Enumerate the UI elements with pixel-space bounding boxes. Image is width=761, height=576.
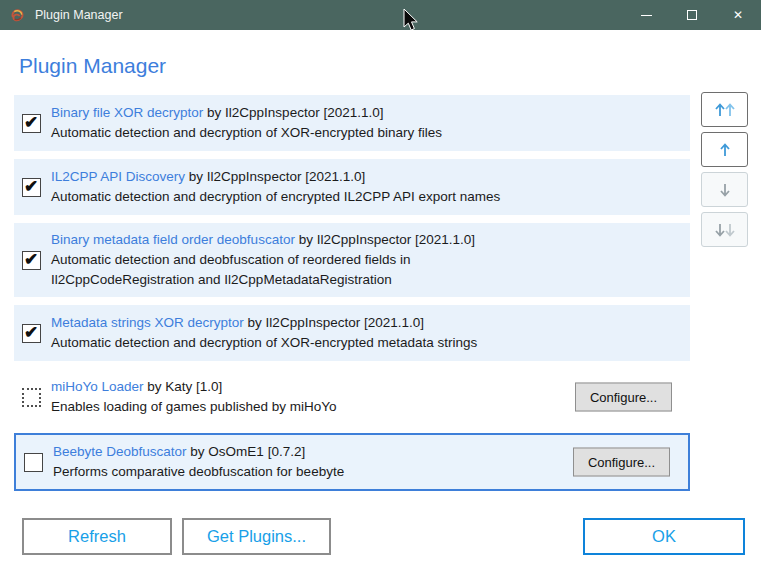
down-arrow-icon xyxy=(712,181,738,199)
plugin-description: Automatic detection and decryption of XO… xyxy=(51,123,442,143)
plugin-description: Automatic detection and decryption of en… xyxy=(51,187,500,207)
move-to-bottom-button[interactable] xyxy=(701,212,748,247)
plugin-row-il2cpp-api-discovery[interactable]: ✔ IL2CPP API Discovery by Il2CppInspecto… xyxy=(14,159,690,215)
plugin-row-binary-metadata-field-order-deobfuscator[interactable]: ✔ Binary metadata field order deobfuscat… xyxy=(14,223,690,297)
plugin-row-binary-file-xor-decryptor[interactable]: ✔ Binary file XOR decryptor by Il2CppIns… xyxy=(14,95,690,151)
move-up-button[interactable] xyxy=(701,132,748,167)
plugin-row-beebyte-deobfuscator[interactable]: ✔ Beebyte Deobfuscator by OsOmE1 [0.7.2]… xyxy=(14,433,690,491)
maximize-button[interactable] xyxy=(669,0,715,30)
get-plugins-button[interactable]: Get Plugins... xyxy=(182,518,331,555)
plugin-checkbox[interactable]: ✔ xyxy=(22,388,41,407)
plugin-name-link[interactable]: miHoYo Loader xyxy=(51,379,144,394)
close-button[interactable]: ✕ xyxy=(715,0,761,30)
plugin-name-link[interactable]: IL2CPP API Discovery xyxy=(51,169,185,184)
double-down-arrow-icon xyxy=(712,221,738,239)
plugin-row-mihoyo-loader[interactable]: ✔ miHoYo Loader by Katy [1.0] Enables lo… xyxy=(14,369,690,425)
plugin-name-link[interactable]: Beebyte Deobfuscator xyxy=(53,444,187,459)
checkmark-icon: ✔ xyxy=(24,176,38,197)
plugin-name-link[interactable]: Binary metadata field order deobfuscator xyxy=(51,232,295,247)
double-up-arrow-icon xyxy=(712,101,738,119)
titlebar: Plugin Manager ✕ xyxy=(0,0,761,30)
move-to-top-button[interactable] xyxy=(701,92,748,127)
plugin-description: Automatic detection and deobfuscation of… xyxy=(51,250,475,290)
plugin-description: Enables loading of games published by mi… xyxy=(51,397,336,417)
minimize-icon xyxy=(641,15,652,16)
plugin-byline: by OsOmE1 [0.7.2] xyxy=(190,444,305,459)
refresh-button[interactable]: Refresh xyxy=(22,518,172,555)
page-title: Plugin Manager xyxy=(19,54,166,78)
reorder-controls xyxy=(701,92,748,247)
plugin-description: Performs comparative deobfuscation for b… xyxy=(53,462,344,482)
mouse-cursor xyxy=(403,8,421,32)
maximize-icon xyxy=(687,10,697,20)
plugin-byline: by Il2CppInspector [2021.1.0] xyxy=(189,169,365,184)
checkmark-icon: ✔ xyxy=(24,322,38,343)
move-down-button[interactable] xyxy=(701,172,748,207)
plugin-row-metadata-strings-xor-decryptor[interactable]: ✔ Metadata strings XOR decryptor by Il2C… xyxy=(14,305,690,361)
plugin-name-link[interactable]: Metadata strings XOR decryptor xyxy=(51,315,244,330)
close-icon: ✕ xyxy=(733,8,743,22)
plugin-checkbox[interactable]: ✔ xyxy=(22,114,41,133)
checkmark-icon: ✔ xyxy=(24,249,38,270)
up-arrow-icon xyxy=(712,141,738,159)
window-title: Plugin Manager xyxy=(35,8,623,22)
ok-button[interactable]: OK xyxy=(583,518,745,555)
checkmark-icon: ✔ xyxy=(24,112,38,133)
plugin-description: Automatic detection and decryption of XO… xyxy=(51,333,477,353)
plugin-byline: by Il2CppInspector [2021.1.0] xyxy=(248,315,424,330)
app-logo-icon xyxy=(9,7,26,24)
plugin-name-link[interactable]: Binary file XOR decryptor xyxy=(51,105,203,120)
configure-button[interactable]: Configure... xyxy=(575,383,672,412)
plugin-checkbox[interactable]: ✔ xyxy=(22,251,41,270)
plugin-list: ✔ Binary file XOR decryptor by Il2CppIns… xyxy=(14,95,690,491)
configure-button[interactable]: Configure... xyxy=(573,448,670,477)
plugin-byline: by Il2CppInspector [2021.1.0] xyxy=(299,232,475,247)
minimize-button[interactable] xyxy=(623,0,669,30)
plugin-checkbox[interactable]: ✔ xyxy=(24,453,43,472)
plugin-byline: by Il2CppInspector [2021.1.0] xyxy=(207,105,383,120)
plugin-checkbox[interactable]: ✔ xyxy=(22,324,41,343)
plugin-manager-window: { "titlebar": { "app_title": "Plugin Man… xyxy=(0,0,761,576)
plugin-checkbox[interactable]: ✔ xyxy=(22,178,41,197)
plugin-byline: by Katy [1.0] xyxy=(147,379,222,394)
